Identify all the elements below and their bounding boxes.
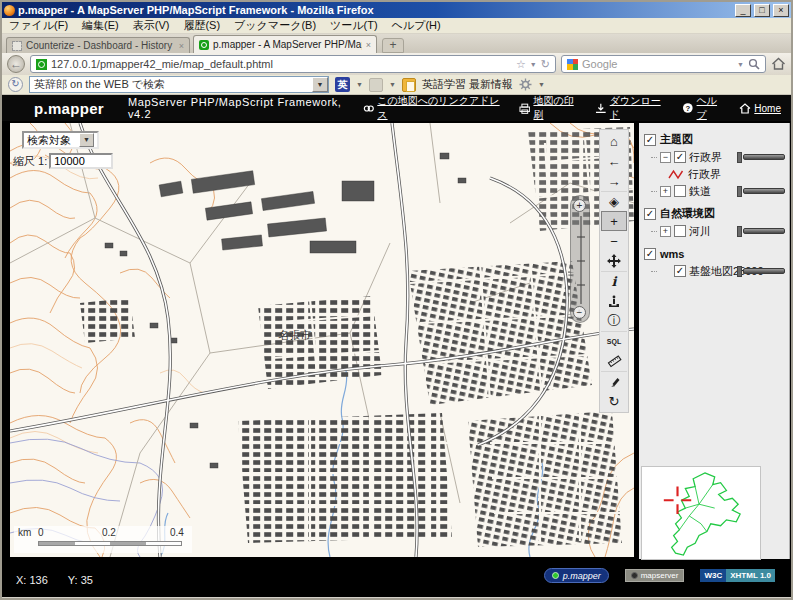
checkbox[interactable] [674,225,686,237]
zoom-out-tool[interactable]: − [601,231,627,251]
pmapper-logo: p.mapper [34,100,104,117]
home-icon [739,103,751,114]
search-target-select[interactable]: 検索対象 ▼ [22,131,99,149]
menu-edit[interactable]: 編集(E) [75,18,126,33]
menu-bookmarks[interactable]: ブックマーク(B) [227,18,323,33]
print-map-link[interactable]: 地図の印刷 [519,94,582,122]
layer-admin-boundary: − ✓ 行政界 [651,148,786,166]
checkbox[interactable] [674,185,686,197]
menu-help[interactable]: ヘルプ(H) [385,18,448,33]
digitize-tool[interactable] [601,371,627,391]
expand-icon[interactable]: + [660,226,671,237]
layer-railway: + 鉄道 [651,182,786,200]
menu-view[interactable]: 表示(V) [126,18,177,33]
zoom-in-tool[interactable]: + [601,211,627,231]
close-button[interactable]: × [773,4,789,17]
gear-icon[interactable] [519,78,532,91]
magnifier-icon[interactable] [748,58,760,70]
pmapper-badge[interactable]: p.mapper [544,568,609,583]
url-dropdown-icon[interactable]: ▼ [530,61,537,68]
url-bar[interactable]: 127.0.0.1/pmapper42_mie/map_default.phtm… [30,55,556,73]
home-tool[interactable]: ⌂ [601,131,627,151]
back-button[interactable]: ← [7,55,25,73]
zoom-slider[interactable]: + − [570,195,590,323]
home-link[interactable]: Home [739,103,781,114]
tooltip-tool[interactable]: ⓘ [601,311,627,331]
checkbox[interactable]: ✓ [644,208,656,220]
browser-window: p.mapper - A MapServer PHP/MapScript Fra… [0,0,793,600]
caret-icon[interactable]: ▼ [538,81,545,88]
caret-icon[interactable]: ▼ [356,81,363,88]
eijiro-search-input[interactable] [30,79,312,91]
digitize-icon [608,375,621,388]
zoom-out-button[interactable]: − [573,306,586,319]
tab-close-icon[interactable]: × [366,40,371,50]
expand-icon[interactable]: + [660,186,671,197]
addon-refresh-icon[interactable]: ↻ [8,77,23,92]
eijiro-search-field[interactable]: ▼ [29,76,329,93]
collapse-icon[interactable]: − [660,152,671,163]
map-viewport[interactable]: 名張市 検索対象 ▼ 縮尺 1: + − [10,123,634,557]
help-icon: ? [682,102,694,114]
forward-extent-tool[interactable]: → [601,171,627,191]
map-canvas[interactable]: 名張市 [10,123,634,557]
select-caret-icon[interactable]: ▼ [79,133,94,147]
svg-text:?: ? [685,104,690,113]
prefecture-outline [672,473,741,555]
maximize-button[interactable]: □ [754,4,770,17]
bookmark-star-icon[interactable]: ☆ [516,58,526,71]
tab-bar: Counterize - Dashboard - History < Op...… [2,34,791,53]
opacity-slider[interactable] [737,152,785,163]
tab-close-icon[interactable]: × [179,41,184,51]
help-link[interactable]: ? ヘルプ [682,94,726,122]
url-text[interactable]: 127.0.0.1/pmapper42_mie/map_default.phtm… [51,58,512,70]
opacity-slider[interactable] [737,266,785,277]
w3c-xhtml-badge[interactable]: W3C XHTML 1.0 [700,569,775,582]
tab-pmapper[interactable]: p.mapper - A MapServer PHP/MapScri... × [193,35,377,53]
cursor-coordinates: X: 136 Y: 35 [16,574,93,586]
checkbox[interactable]: ✓ [674,151,686,163]
checkbox[interactable]: ✓ [644,134,656,146]
search-bar[interactable]: Google ▼ [561,55,766,73]
search-engine-icon[interactable] [567,59,578,70]
new-tab-button[interactable]: + [382,38,404,53]
opacity-slider[interactable] [737,226,785,237]
menu-file[interactable]: ファイル(F) [2,18,75,33]
zoom-in-button[interactable]: + [573,199,586,212]
menu-history[interactable]: 履歴(S) [176,18,227,33]
home-button[interactable] [771,57,786,71]
download-link[interactable]: ダウンロード [595,94,669,122]
site-identity-icon[interactable] [36,59,47,70]
layer-group-thematic: ✓ 主題図 [644,131,786,148]
map-link-address-link[interactable]: この地図へのリンクアドレス [363,94,506,122]
checkbox[interactable]: ✓ [674,265,686,277]
mapserver-badge[interactable]: mapserver [625,569,685,582]
eijiro-dropdown-button[interactable]: ▼ [312,77,328,92]
measure-tool[interactable] [601,351,627,371]
tab-counterize[interactable]: Counterize - Dashboard - History < Op...… [6,37,190,53]
news-link[interactable]: 英語学習 最新情報 [422,77,513,92]
select-tool[interactable] [601,291,627,311]
reference-map[interactable] [641,466,761,560]
layer-rivers: + 河川 [651,222,786,240]
menu-tools[interactable]: ツール(T) [323,18,385,33]
opacity-slider[interactable] [737,186,785,197]
minimize-button[interactable]: _ [735,4,751,17]
zoom-selected-tool[interactable]: ◈ [601,191,627,211]
search-dropdown-icon[interactable]: ▼ [737,61,744,68]
identify-tool[interactable]: i [601,271,627,291]
main-content: 名張市 検索対象 ▼ 縮尺 1: + − [2,121,791,561]
scale-input[interactable] [49,153,113,169]
caret-icon[interactable]: ▼ [389,81,396,88]
back-extent-tool[interactable]: ← [601,151,627,171]
window-title: p.mapper - A MapServer PHP/MapScript Fra… [18,4,732,16]
checkbox[interactable]: ✓ [644,248,656,260]
printer-icon [519,103,531,114]
search-placeholder[interactable]: Google [582,58,733,70]
reload-icon[interactable]: ↻ [541,58,550,71]
eijiro-badge-icon[interactable]: 英 [335,77,350,92]
news-book-icon[interactable] [402,78,416,92]
refresh-tool[interactable]: ↻ [601,391,627,411]
pan-tool[interactable] [601,251,627,271]
query-tool[interactable]: SQL [601,331,627,351]
